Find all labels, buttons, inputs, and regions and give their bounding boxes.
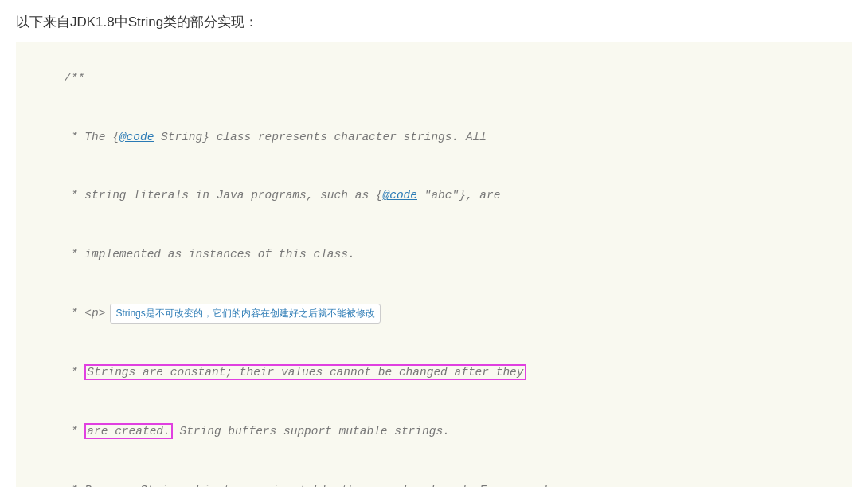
comment-line-6: * Strings are constant; their values can… xyxy=(19,344,849,403)
comment-line-2: * The {@code String} class represents ch… xyxy=(19,108,849,167)
comment-line-5: * <p>Strings是不可改变的，它们的内容在创建好之后就不能被修改 xyxy=(19,285,849,344)
comment-line-4: * implemented as instances of this class… xyxy=(19,226,849,285)
comment-line-8: * Because String objects are immutable t… xyxy=(19,461,849,487)
annotation-tooltip: Strings是不可改变的，它们的内容在创建好之后就不能被修改 xyxy=(110,304,380,323)
comment-line-7: * are created. String buffers support mu… xyxy=(19,403,849,461)
comment-line-1: /** xyxy=(19,49,849,108)
page-title: 以下来自JDK1.8中String类的部分实现： xyxy=(16,13,852,31)
highlight-box-line6: Strings are constant; their values canno… xyxy=(84,364,526,380)
highlight-box-line7: are created. xyxy=(84,423,172,439)
page-wrapper: 以下来自JDK1.8中String类的部分实现： /** * The {@cod… xyxy=(16,13,852,487)
comment-line-3: * string literals in Java programs, such… xyxy=(19,167,849,226)
comment-block: /** * The {@code String} class represent… xyxy=(16,42,852,487)
